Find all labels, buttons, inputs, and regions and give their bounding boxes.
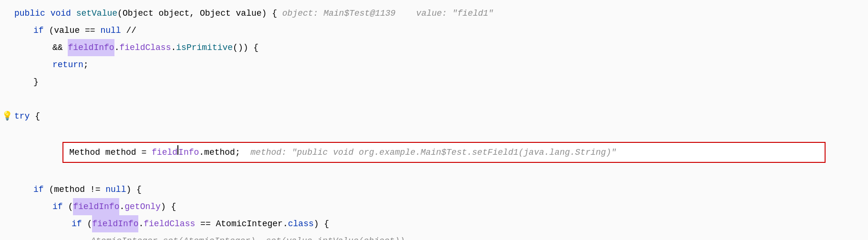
kw-public: public [14, 5, 45, 22]
code-line-4: return ; [0, 56, 868, 73]
bulb-icon[interactable]: 💡 [2, 108, 12, 125]
kw-class: class [288, 215, 314, 232]
code-line-6: 💡 try { [0, 108, 868, 125]
method-setValue: setValue [76, 5, 117, 22]
kw-return: return [52, 56, 83, 73]
code-line-3: && fieldInfo . fieldClass . isPrimitive … [0, 39, 868, 56]
kw-if-4: if [72, 215, 82, 232]
hint-atomicinteger: AtomicInteger.set(AtomicInteger) .set(va… [91, 232, 405, 240]
field-fieldInfo-2: fieldInfo [73, 198, 119, 215]
kw-if-3: if [52, 198, 63, 215]
kw-null: null [100, 22, 121, 39]
kw-if: if [33, 22, 44, 39]
code-viewer: public void setValue ( Object object, Ob… [0, 0, 868, 240]
field-fieldClass-2: fieldClass [144, 215, 195, 232]
code-line-1: public void setValue ( Object object, Ob… [0, 5, 868, 22]
kw-try: try [14, 108, 30, 125]
code-line-11: AtomicInteger.set(AtomicInteger) .set(va… [0, 232, 868, 240]
kw-null-2: null [105, 181, 126, 198]
field-fieldInfo-1: fieldInfo [68, 39, 114, 56]
code-line-10: if ( fieldInfo . fieldClass == AtomicInt… [0, 215, 868, 232]
field-fieldInfo-3: fieldInfo [92, 215, 138, 232]
field-fieldClass-1: fieldClass [119, 39, 171, 56]
code-line-8: if (method != null ) { [0, 181, 868, 198]
highlighted-box: Method method = field Info .method; meth… [62, 142, 826, 163]
hint-params: object: Main$Test@1139 value: "field1" [282, 5, 494, 22]
kw-if-2: if [33, 181, 44, 198]
code-line-7: Method method = field Info .method; meth… [0, 125, 868, 180]
code-line-5: } [0, 73, 868, 90]
type-AtomicInteger: AtomicInteger [216, 215, 283, 232]
kw-void: void [51, 5, 71, 22]
hint-method: method: "public void org.example.Main$Te… [240, 144, 617, 161]
field-getOnly: getOnly [124, 198, 161, 215]
method-isPrimitive: isPrimitive [176, 39, 233, 56]
code-line-9: if ( fieldInfo . getOnly ) { [0, 198, 868, 215]
code-line-2: if (value == null // [0, 22, 868, 39]
empty-line-1 [0, 90, 868, 108]
field-fieldInfo-method: field [152, 144, 177, 161]
